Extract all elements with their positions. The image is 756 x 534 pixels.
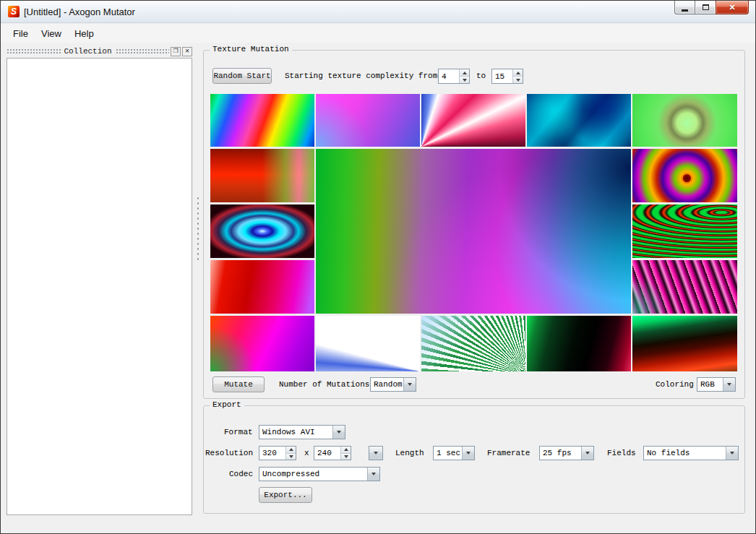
minimize-button[interactable]: [674, 1, 695, 14]
texture-thumbnail[interactable]: [316, 94, 420, 147]
coloring-value: RGB: [697, 378, 723, 391]
spin-up-button[interactable]: [341, 447, 351, 453]
app-logo-icon: S: [8, 6, 20, 17]
texture-thumbnail[interactable]: [527, 94, 631, 147]
coloring-label: Coloring: [656, 380, 694, 389]
spin-up-icon: [344, 448, 348, 451]
spin-down-button[interactable]: [513, 76, 523, 83]
dock-grip-texture: [7, 48, 61, 54]
spinner-buttons: [285, 447, 296, 460]
format-label: Format: [224, 428, 253, 436]
combo-dropdown-button[interactable]: [403, 378, 416, 391]
to-label: to: [476, 72, 486, 80]
float-icon: ❐: [173, 48, 178, 54]
texture-thumbnail[interactable]: [527, 316, 631, 371]
spin-up-icon: [463, 72, 467, 74]
dock-grip-texture: [116, 48, 170, 54]
spin-up-icon: [289, 448, 293, 451]
collection-panel-header[interactable]: Collection ❐ ✕: [7, 46, 192, 57]
complexity-to-spinner[interactable]: 15: [491, 69, 523, 84]
resolution-height-spinner[interactable]: 240: [314, 446, 351, 460]
panel-close-button[interactable]: ✕: [182, 47, 192, 56]
texture-thumbnail[interactable]: [632, 94, 737, 147]
spin-down-button[interactable]: [341, 453, 351, 460]
texture-thumbnail[interactable]: [421, 316, 525, 371]
texture-preview-main[interactable]: [316, 149, 631, 314]
texture-mutation-group: Texture Mutation Random Start Starting t…: [203, 50, 745, 399]
spinner-buttons: [459, 69, 469, 83]
complexity-label: Starting texture complexity from: [285, 72, 437, 80]
spin-down-icon: [344, 455, 348, 458]
coloring-combo[interactable]: RGB: [697, 377, 736, 392]
resolution-height-value: 240: [314, 447, 340, 460]
dock-splitter[interactable]: [194, 46, 201, 515]
resolution-x-separator: x: [304, 449, 309, 457]
texture-thumbnail[interactable]: [632, 149, 737, 202]
codec-value: Uncompressed: [259, 468, 367, 481]
chevron-down-icon: [337, 431, 341, 434]
mutations-count-combo[interactable]: Random: [370, 377, 416, 392]
length-combo[interactable]: 1 sec: [433, 446, 475, 460]
codec-label: Codec: [229, 470, 253, 478]
texture-thumbnail[interactable]: [210, 94, 314, 147]
format-combo[interactable]: Windows AVI: [259, 425, 345, 439]
texture-thumbnail[interactable]: [210, 316, 314, 371]
texture-thumbnail[interactable]: [316, 316, 420, 371]
framerate-combo[interactable]: 25 fps: [539, 446, 594, 460]
texture-thumbnail[interactable]: [632, 204, 737, 258]
menubar: File View Help: [1, 24, 755, 43]
combo-dropdown-button[interactable]: [332, 426, 345, 439]
menu-help[interactable]: Help: [68, 25, 100, 42]
close-icon: ✕: [729, 3, 735, 12]
menu-view[interactable]: View: [35, 25, 68, 42]
texture-thumbnail[interactable]: [632, 316, 737, 371]
texture-thumbnail[interactable]: [210, 149, 314, 202]
codec-combo[interactable]: Uncompressed: [259, 467, 380, 481]
collection-list-area[interactable]: [7, 58, 192, 515]
combo-dropdown-button[interactable]: [723, 378, 735, 391]
spin-up-button[interactable]: [286, 447, 296, 453]
spin-down-button[interactable]: [286, 453, 296, 460]
resolution-width-spinner[interactable]: 320: [259, 446, 296, 460]
texture-mutation-group-label: Texture Mutation: [210, 45, 292, 53]
chevron-down-icon: [371, 473, 376, 475]
chevron-down-icon: [727, 383, 731, 386]
minimize-icon: [682, 9, 688, 12]
spin-down-button[interactable]: [460, 76, 469, 83]
random-start-button[interactable]: Random Start: [212, 68, 272, 84]
spin-down-icon: [289, 455, 293, 458]
complexity-to-value: 15: [492, 69, 512, 83]
spin-up-button[interactable]: [513, 69, 523, 76]
export-button[interactable]: Export...: [259, 487, 312, 503]
format-value: Windows AVI: [259, 426, 332, 439]
menu-file[interactable]: File: [7, 25, 35, 42]
framerate-value: 25 fps: [540, 447, 581, 460]
close-icon: ✕: [185, 48, 190, 54]
splitter-grip-icon: [197, 196, 199, 262]
maximize-icon: [703, 4, 709, 10]
resolution-preset-button[interactable]: [369, 446, 383, 460]
chevron-down-icon: [466, 452, 471, 455]
texture-thumbnail[interactable]: [632, 260, 737, 314]
length-value: 1 sec: [434, 447, 462, 460]
maximize-button[interactable]: [695, 1, 716, 14]
mutations-count-value: Random: [371, 378, 403, 391]
combo-dropdown-button[interactable]: [462, 447, 474, 460]
window-controls: ✕: [674, 1, 749, 14]
spin-up-button[interactable]: [460, 69, 469, 76]
texture-thumbnail[interactable]: [210, 260, 314, 314]
combo-dropdown-button[interactable]: [367, 468, 379, 481]
fields-label: Fields: [607, 449, 636, 457]
combo-dropdown-button[interactable]: [581, 447, 593, 460]
export-group: Export Format Windows AVI Resolution 320…: [203, 405, 745, 514]
texture-thumbnail[interactable]: [210, 204, 314, 258]
collection-panel-title: Collection: [61, 47, 116, 56]
combo-dropdown-button[interactable]: [726, 447, 738, 460]
resolution-label: Resolution: [205, 449, 253, 457]
fields-combo[interactable]: No fields: [643, 446, 739, 460]
complexity-from-spinner[interactable]: 4: [438, 69, 470, 84]
mutate-button[interactable]: Mutate: [212, 376, 265, 392]
close-button[interactable]: ✕: [716, 1, 749, 14]
texture-thumbnail[interactable]: [421, 94, 525, 147]
panel-float-button[interactable]: ❐: [171, 47, 181, 56]
